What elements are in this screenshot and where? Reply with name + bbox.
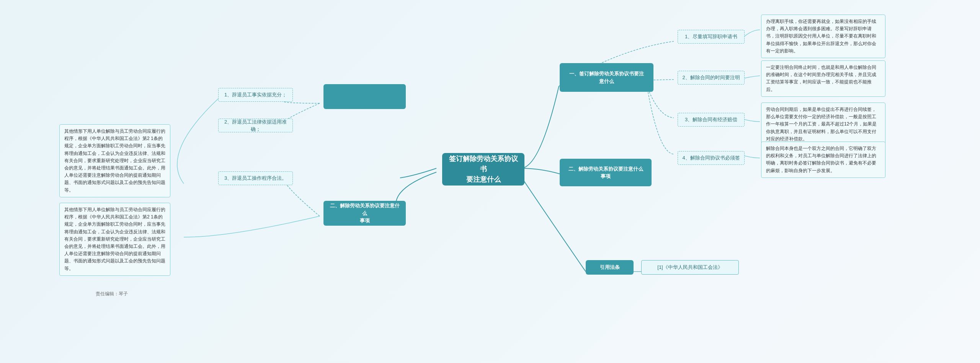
detail4: 解除合同本身也是一个双方之间的合同，它明确了双方的权利和义务，对员工与单位解除合… xyxy=(761,142,885,178)
section1-sub3: 3、解除合同有经济赔偿 xyxy=(678,113,745,127)
left-sub1: 1、辞退员工事实依据充分； xyxy=(218,88,293,102)
section1-sub2: 2、解除合同的时间要注明 xyxy=(678,71,745,85)
law-ref-label: 引用法条 xyxy=(586,260,634,275)
center-node: 签订解除劳动关系协议书要注意什么 xyxy=(442,153,524,186)
left-section2-node: 二、解除劳动关系协议要注意什么 事项 xyxy=(323,201,406,226)
section2-mid-node: 二、解除劳动关系协议要注意什么 事项 xyxy=(560,159,652,186)
detail3: 劳动合同到期后，如果是单位提出不再进行合同续签，那么单位需要支付你一定的经济补偿… xyxy=(761,103,885,146)
left-detail1: 其他情形下用人单位解除与员工劳动合同应履行的程序，根据《中华人民共和国工会法》第… xyxy=(59,124,170,197)
detail1: 办理离职手续，你还需要再就业，如果没有相应的手续办理，再入职将会遇到很多困难。尽… xyxy=(761,15,885,58)
section1-sub1: 1、尽量填写辞职申请书 xyxy=(678,30,745,44)
detail2: 一定要注明合同终止时间，也就是和用人单位解除合同的准确时间，在这个时间里办理完相… xyxy=(761,60,885,97)
left-sub3: 3、辞退员工操作程序合法。 xyxy=(218,171,293,185)
law-ref-content: [1]《中华人民共和国工会法》 xyxy=(641,260,739,275)
section1-title-node: 一、签订解除劳动关系协议书要注 意什么 xyxy=(560,63,653,92)
left-sub2: 2、辞退员工法律依据适用准确； xyxy=(218,119,293,132)
left-detail2: 其他情形下用人单位解除与员工劳动合同应履行的程序，根据《中华人民共和国工会法》第… xyxy=(59,203,170,276)
editor-note: 责任编辑：琴子 xyxy=(96,291,128,297)
mindmap-container: 签订解除劳动关系协议书要注意什么 一、签订解除劳动关系协议书要注 意什么 1、尽… xyxy=(0,0,980,363)
section1-sub4: 4、解除合同协议书必须签 xyxy=(678,151,745,165)
left-section1-node: 一、签订解除劳动关系协议书要注 意什么 xyxy=(323,84,406,109)
